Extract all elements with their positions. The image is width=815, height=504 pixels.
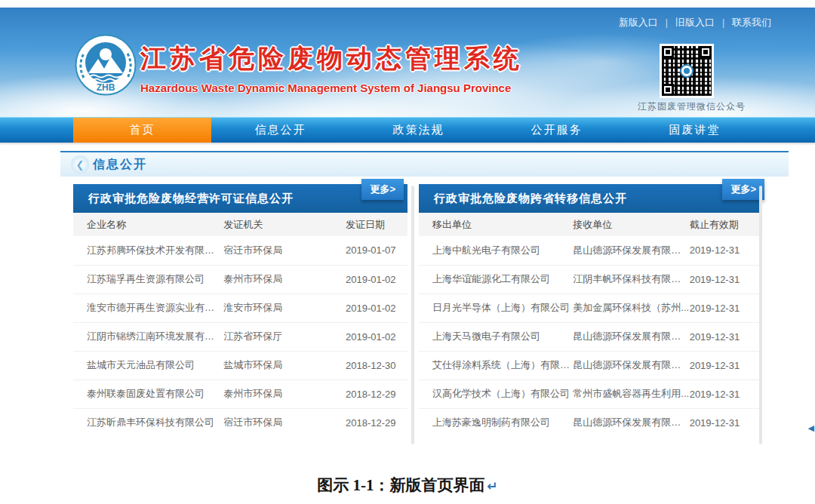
table-cell: 汉高化学技术（上海）有限公司 [419, 380, 573, 408]
column-header: 截止有效期 [690, 213, 761, 236]
new-version-entry-link[interactable]: 新版入口 [619, 16, 658, 29]
panel-header: 行政审批危险废物经营许可证信息公开 更多> [73, 184, 408, 213]
table-cell: 江苏省环保厅 [223, 322, 346, 351]
table-cell: 泰州联泰固废处置有限公司 [73, 380, 223, 408]
main-nav: 首页 信息公开 政策法规 公开服务 固废讲堂 [0, 117, 815, 143]
table-cell: 上海华谊能源化工有限公司 [419, 265, 573, 293]
epa-logo-icon: ZHB [75, 34, 137, 96]
panel-title: 行政审批危险废物经营许可证信息公开 [88, 192, 294, 206]
svg-text:ZHB: ZHB [97, 82, 115, 93]
table-cell: 2018-12-30 [346, 351, 408, 380]
site-title-block: 江苏省危险废物动态管理系统 Hazardous Waste Dynamic Ma… [140, 41, 523, 94]
tab-public-services[interactable]: 公开服务 [487, 118, 626, 143]
return-mark-icon: ↵ [487, 478, 498, 493]
link-separator: | [666, 17, 668, 28]
table-cell: 宿迁市环保局 [223, 408, 346, 437]
top-links: 新版入口 | 旧版入口 | 联系我们 [619, 16, 771, 29]
table-row: 江苏瑞孚再生资源有限公司泰州市环保局2019-01-02 [73, 265, 408, 293]
panel-header: 行政审批危险废物跨省转移信息公开 更多> [419, 184, 761, 213]
figure-caption: 图示 1-1：新版首页界面↵ [0, 475, 815, 496]
column-header: 发证机关 [223, 213, 346, 236]
table-cell: 泰州市环保局 [223, 380, 346, 408]
table-cell: 2019-12-31 [690, 351, 761, 380]
chevron-left-icon: ❮ [71, 155, 89, 174]
content-area: ❮ 信息公开 行政审批危险废物经营许可证信息公开 更多> 企业名称发证机关发证日… [60, 151, 789, 446]
column-header: 发证日期 [346, 213, 408, 236]
table-cell: 2018-12-29 [346, 380, 408, 408]
figure-caption-text: 图示 1-1：新版首页界面 [317, 476, 484, 494]
table-row: 上海中航光电子有限公司昆山德源环保发展有限公司2019-12-31 [419, 236, 761, 265]
table-row: 汉高化学技术（上海）有限公司常州市盛帆容器再生利用...2019-12-31 [419, 380, 761, 408]
tab-info-disclosure[interactable]: 信息公开 [211, 118, 349, 143]
table-cell: 江苏昕鼎丰环保科技有限公司 [73, 408, 223, 437]
table-cell: 2018-12-29 [346, 408, 408, 437]
table-cell: 2019-12-31 [690, 265, 761, 293]
table-row: 江苏昕鼎丰环保科技有限公司宿迁市环保局2018-12-29 [73, 408, 408, 437]
table-row: 日月光半导体（上海）有限公司美加金属环保科技（苏州...2019-12-31 [419, 293, 761, 322]
column-header: 接收单位 [573, 213, 689, 236]
license-info-panel: 行政审批危险废物经营许可证信息公开 更多> 企业名称发证机关发证日期 江苏邦腾环… [73, 184, 408, 446]
more-button[interactable]: 更多> [722, 179, 764, 200]
tab-policies[interactable]: 政策法规 [349, 118, 487, 143]
table-cell: 上海天马微电子有限公司 [419, 322, 573, 351]
table-header-row: 企业名称发证机关发证日期 [73, 213, 408, 236]
table-cell: 2019-12-31 [690, 236, 761, 265]
wechat-qr-code [660, 44, 714, 98]
table-cell: 昆山德源环保发展有限公司 [573, 322, 689, 351]
table-cell: 江苏邦腾环保技术开发有限公司 [73, 236, 223, 265]
table-cell: 江阴市锦绣江南环境发展有限公司 [73, 322, 223, 351]
license-table: 企业名称发证机关发证日期 江苏邦腾环保技术开发有限公司宿迁市环保局2019-01… [73, 213, 408, 437]
transfer-info-panel: 行政审批危险废物跨省转移信息公开 更多> 移出单位接收单位截止有效期 上海中航光… [419, 184, 761, 446]
panel-title: 行政审批危险废物跨省转移信息公开 [434, 192, 627, 206]
table-cell: 上海苏豪逸明制药有限公司 [419, 408, 573, 437]
table-cell: 2019-12-31 [690, 380, 761, 408]
table-row: 泰州联泰固废处置有限公司泰州市环保局2018-12-29 [73, 380, 408, 408]
tab-solid-waste-lectures[interactable]: 固废讲堂 [626, 118, 764, 143]
header-banner: 新版入口 | 旧版入口 | 联系我们 ZHB 江苏省危险废物动态管理系统 Haz… [0, 8, 815, 117]
table-cell: 泰州市环保局 [223, 265, 346, 293]
table-cell: 2019-01-02 [346, 322, 408, 351]
table-cell: 淮安市环保局 [223, 293, 346, 322]
table-cell: 艾仕得涂料系统（上海）有限公司 [419, 351, 573, 380]
tab-home[interactable]: 首页 [73, 118, 211, 143]
table-cell: 江阴丰帆环保科技有限公司 [573, 265, 689, 293]
table-cell: 盐城市天元油品有限公司 [73, 351, 223, 380]
table-cell: 宿迁市环保局 [223, 236, 346, 265]
contact-us-link[interactable]: 联系我们 [732, 16, 771, 29]
table-cell: 日月光半导体（上海）有限公司 [419, 293, 573, 322]
table-cell: 2019-01-02 [346, 293, 408, 322]
table-row: 江苏邦腾环保技术开发有限公司宿迁市环保局2019-01-07 [73, 236, 408, 265]
table-cell: 2019-12-31 [690, 408, 761, 437]
table-cell: 上海中航光电子有限公司 [419, 236, 573, 265]
table-cell: 昆山德源环保发展有限公司 [573, 408, 689, 437]
table-cell: 2019-12-31 [690, 293, 761, 322]
table-row: 上海苏豪逸明制药有限公司昆山德源环保发展有限公司2019-12-31 [419, 408, 761, 437]
table-cell: 昆山德源环保发展有限公司 [573, 351, 689, 380]
table-cell: 淮安市德开再生资源实业有限公司 [73, 293, 223, 322]
table-cell: 常州市盛帆容器再生利用... [573, 380, 689, 408]
table-row: 淮安市德开再生资源实业有限公司淮安市环保局2019-01-02 [73, 293, 408, 322]
transfer-table: 移出单位接收单位截止有效期 上海中航光电子有限公司昆山德源环保发展有限公司201… [419, 213, 761, 437]
site-subtitle: Hazardous Waste Dynamic Management Syste… [140, 81, 523, 94]
section-header-bar: ❮ 信息公开 [60, 151, 789, 177]
table-row: 艾仕得涂料系统（上海）有限公司昆山德源环保发展有限公司2019-12-31 [419, 351, 761, 380]
table-cell: 2019-01-07 [346, 236, 408, 265]
table-row: 江阴市锦绣江南环境发展有限公司江苏省环保厅2019-01-02 [73, 322, 408, 351]
table-header-row: 移出单位接收单位截止有效期 [419, 213, 761, 236]
site-title: 江苏省危险废物动态管理系统 [140, 41, 523, 76]
link-separator: | [722, 17, 724, 28]
table-cell: 美加金属环保科技（苏州... [573, 293, 689, 322]
section-title: 信息公开 [93, 157, 147, 173]
table-row: 上海华谊能源化工有限公司江阴丰帆环保科技有限公司2019-12-31 [419, 265, 761, 293]
column-header: 企业名称 [73, 213, 223, 236]
column-header: 移出单位 [419, 213, 573, 236]
table-cell: 昆山德源环保发展有限公司 [573, 236, 689, 265]
table-cell: 2019-01-02 [346, 265, 408, 293]
qr-center-logo-icon [680, 64, 694, 78]
table-row: 上海天马微电子有限公司昆山德源环保发展有限公司2019-12-31 [419, 322, 761, 351]
old-version-entry-link[interactable]: 旧版入口 [675, 16, 715, 29]
table-cell: 2019-12-31 [690, 322, 761, 351]
edge-arrow-icon: ◀ [808, 423, 814, 433]
more-button[interactable]: 更多> [361, 179, 404, 200]
qr-caption: 江苏固废管理微信公众号 [638, 100, 746, 113]
